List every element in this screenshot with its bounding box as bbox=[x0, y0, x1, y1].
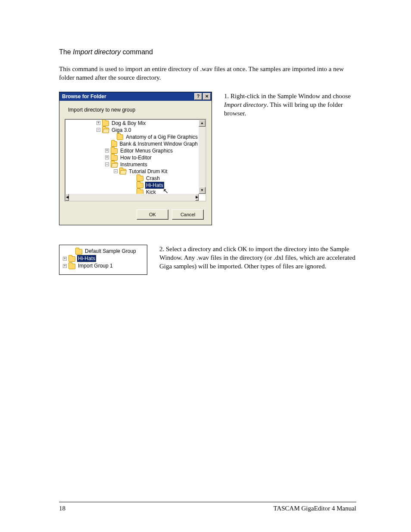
section-heading: The Import directory command bbox=[59, 48, 356, 56]
scroll-track-vertical[interactable] bbox=[199, 127, 206, 187]
folder-icon bbox=[68, 264, 75, 269]
tree-row[interactable]: +Hi-Hats bbox=[63, 255, 143, 262]
heading-suffix: command bbox=[121, 48, 153, 56]
heading-prefix: The bbox=[59, 48, 73, 56]
expand-icon[interactable]: + bbox=[63, 264, 67, 268]
tree-item-label[interactable]: Hi-Hats bbox=[77, 255, 96, 262]
tree-item-label[interactable]: Anatomy of a Gig File Graphics bbox=[125, 134, 199, 140]
expand-icon[interactable]: + bbox=[105, 156, 109, 159]
tree-item-label[interactable]: Giga 3.0 bbox=[111, 127, 132, 134]
tree-row[interactable]: −Tutorial Drum Kit bbox=[65, 168, 199, 175]
help-icon[interactable]: ? bbox=[194, 93, 202, 100]
tree-row[interactable]: Kick bbox=[65, 189, 199, 194]
folder-icon bbox=[111, 162, 118, 168]
tree-item-label[interactable]: Import Group 1 bbox=[77, 262, 114, 269]
folder-icon bbox=[137, 183, 143, 188]
tree-item-label[interactable]: Tutorial Drum Kit bbox=[128, 168, 168, 175]
tree-row[interactable]: +Import Group 1 bbox=[63, 262, 143, 270]
tree-row[interactable]: Bank & Instrument Window Graph bbox=[65, 140, 199, 147]
tree-item-label[interactable]: Hi-Hats bbox=[145, 182, 164, 189]
browse-for-folder-dialog: Browse for Folder ? ✕ Import directory t… bbox=[59, 92, 212, 225]
expand-icon[interactable]: + bbox=[63, 257, 67, 261]
collapse-icon[interactable]: − bbox=[105, 162, 109, 166]
tree-item-label[interactable]: Bank & Instrument Window Graph bbox=[119, 140, 199, 147]
folder-icon bbox=[102, 121, 109, 126]
step-1-text: 1. Right-click in the Sample Window and … bbox=[224, 92, 356, 225]
dialog-title: Browse for Folder bbox=[62, 93, 106, 100]
scroll-right-icon[interactable]: ▶ bbox=[195, 194, 199, 201]
manual-title: TASCAM GigaEditor 4 Manual bbox=[273, 505, 356, 512]
step-1-prefix: 1. Right-click in the Sample Window and … bbox=[224, 93, 351, 100]
step-2-text: 2. Select a directory and click OK to im… bbox=[159, 245, 356, 275]
page-footer: 18 TASCAM GigaEditor 4 Manual bbox=[59, 502, 356, 512]
folder-icon bbox=[111, 155, 118, 161]
tree-item-label[interactable]: Crash bbox=[145, 175, 161, 182]
folder-icon bbox=[117, 134, 123, 140]
folder-icon bbox=[137, 176, 143, 181]
folder-icon bbox=[119, 169, 126, 174]
scroll-track-horizontal[interactable] bbox=[69, 194, 195, 201]
sample-group-panel: Default Sample Group+Hi-Hats+Import Grou… bbox=[59, 245, 147, 275]
tree-item-label[interactable]: Instruments bbox=[119, 161, 148, 168]
folder-tree[interactable]: +Dog & Boy Mix−Giga 3.0Anatomy of a Gig … bbox=[65, 119, 206, 202]
heading-italic: Import directory bbox=[73, 48, 121, 56]
expand-icon[interactable]: + bbox=[97, 121, 100, 125]
expand-icon[interactable]: + bbox=[105, 149, 109, 152]
tree-row[interactable]: Default Sample Group bbox=[63, 248, 143, 255]
tree-row[interactable]: +How to-Editor bbox=[65, 154, 199, 161]
tree-row[interactable]: −Giga 3.0 bbox=[65, 127, 199, 134]
page-number: 18 bbox=[59, 505, 65, 512]
folder-icon bbox=[111, 148, 118, 154]
tree-row[interactable]: Crash bbox=[65, 175, 199, 182]
scroll-left-icon[interactable]: ◀ bbox=[65, 194, 69, 201]
tree-row[interactable]: Hi-Hats bbox=[65, 182, 199, 189]
close-icon[interactable]: ✕ bbox=[203, 93, 211, 100]
tree-row[interactable]: +Dog & Boy Mix bbox=[65, 120, 199, 127]
intro-paragraph: This command is used to import an entire… bbox=[59, 65, 356, 82]
tree-row[interactable]: +Editor Menus Graphics bbox=[65, 147, 199, 154]
tree-row[interactable]: Anatomy of a Gig File Graphics bbox=[65, 134, 199, 140]
folder-icon bbox=[102, 128, 109, 133]
tree-item-label[interactable]: Kick bbox=[145, 189, 157, 194]
collapse-icon[interactable]: − bbox=[97, 128, 100, 132]
folder-icon bbox=[68, 256, 75, 262]
scroll-down-icon[interactable]: ▼ bbox=[199, 187, 206, 194]
tree-row[interactable]: −Instruments bbox=[65, 161, 199, 168]
dialog-titlebar[interactable]: Browse for Folder ? ✕ bbox=[59, 92, 212, 101]
dialog-prompt: Import directory to new group bbox=[68, 107, 206, 113]
folder-icon bbox=[75, 249, 82, 255]
tree-item-label[interactable]: How to-Editor bbox=[119, 154, 153, 161]
tree-item-label[interactable]: Editor Menus Graphics bbox=[119, 147, 174, 154]
tree-item-label[interactable]: Default Sample Group bbox=[84, 248, 137, 255]
collapse-icon[interactable]: − bbox=[114, 169, 118, 173]
folder-icon bbox=[111, 141, 117, 147]
cancel-button[interactable]: Cancel bbox=[172, 209, 204, 220]
ok-button[interactable]: OK bbox=[137, 209, 168, 220]
step-1-italic: Import directory bbox=[224, 101, 267, 108]
scroll-up-icon[interactable]: ▲ bbox=[199, 120, 206, 127]
folder-icon bbox=[137, 190, 143, 194]
tree-item-label[interactable]: Dog & Boy Mix bbox=[111, 120, 146, 127]
